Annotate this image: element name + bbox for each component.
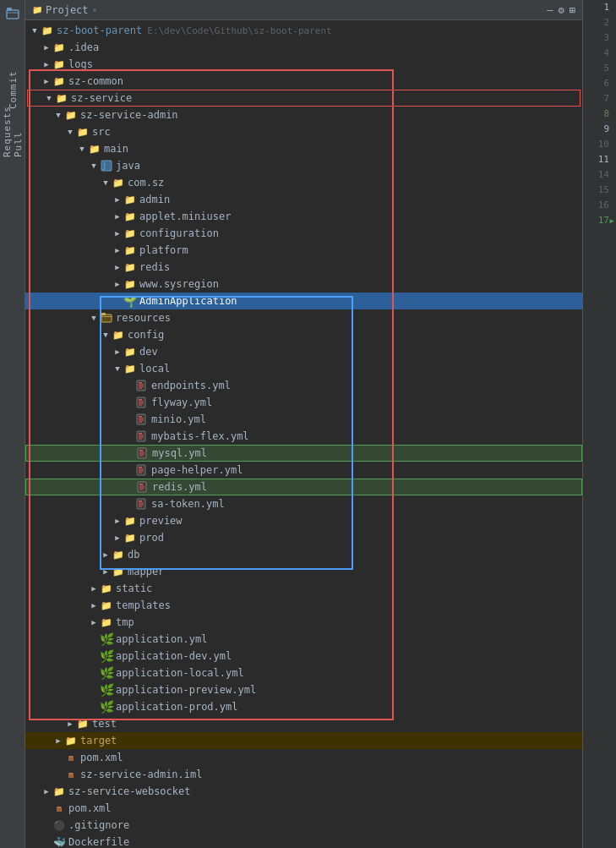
- tree-item-sz-common[interactable]: 📁 sz-common: [25, 73, 582, 90]
- tree-item-java[interactable]: j java: [25, 157, 582, 174]
- tree-item-application-yml[interactable]: 🌿 application.yml: [25, 631, 582, 648]
- tree-item-com-sz[interactable]: 📁 com.sz: [25, 174, 582, 191]
- label-dev: dev: [139, 346, 158, 358]
- tree-item-main[interactable]: 📁 main: [25, 140, 582, 157]
- tree-item-pom-xml[interactable]: m pom.xml: [25, 749, 582, 766]
- arrow-templates: [88, 599, 100, 611]
- folder-icon-prod: 📁: [123, 531, 137, 544]
- label-application-preview-yml: application-preview.yml: [116, 684, 256, 696]
- title-expand-icon[interactable]: ⊞: [570, 4, 575, 16]
- tree-item-redis-yml[interactable]: redis.yml: [25, 479, 582, 495]
- label-www-sysregion: www.sysregion: [139, 278, 219, 290]
- tree-item-sz-service-admin[interactable]: 📁 sz-service-admin: [25, 107, 582, 123]
- label-java: java: [116, 160, 140, 172]
- arrow-src: [64, 126, 76, 138]
- line-num-3: 3: [583, 30, 613, 46]
- tree-item-sz-service-admin-iml[interactable]: m sz-service-admin.iml: [25, 766, 582, 783]
- label-test: test: [92, 718, 117, 730]
- label-admin: admin: [139, 194, 170, 205]
- icon-mysql-yml: [136, 446, 150, 460]
- tree-item-sa-token-yml[interactable]: sa-token.yml: [25, 495, 582, 512]
- label-platform: platform: [139, 244, 188, 256]
- tree-item-application-prod-yml[interactable]: 🌿 application-prod.yml: [25, 698, 582, 715]
- tree-item-page-helper-yml[interactable]: page-helper.yml: [25, 462, 582, 479]
- project-sidebar-icon[interactable]: [1, 2, 25, 25]
- commit-sidebar-icon[interactable]: Commit: [1, 78, 25, 101]
- tree-item-application-local-yml[interactable]: 🌿 application-local.yml: [25, 665, 582, 681]
- svg-rect-44: [139, 505, 144, 506]
- label-db: db: [128, 549, 139, 561]
- label-sa-token-yml: sa-token.yml: [151, 498, 225, 510]
- tree-item-test[interactable]: 📁 test: [25, 715, 582, 732]
- folder-icon-admin: 📁: [123, 193, 137, 206]
- tree-item-resources[interactable]: resources: [25, 309, 582, 326]
- tree-item-admin[interactable]: 📁 admin: [25, 191, 582, 208]
- folder-icon-com-sz: 📁: [112, 176, 125, 189]
- tree-item-sz-service[interactable]: 📁 sz-service: [27, 90, 581, 107]
- tree-item-redis[interactable]: 📁 redis: [25, 259, 582, 276]
- tree-item-dockerfile[interactable]: 🐳 Dockerfile: [25, 834, 582, 848]
- tree-item-src[interactable]: 📁 src: [25, 123, 582, 140]
- line-num-10: 10: [583, 137, 613, 152]
- arrow-sz-boot-parent: [29, 25, 41, 36]
- tree-item-application-dev-yml[interactable]: 🌿 application-dev.yml: [25, 648, 582, 665]
- tree-item-mysql-yml[interactable]: mysql.yml: [25, 445, 582, 462]
- folder-icon-www-sysregion: 📁: [123, 277, 137, 291]
- tree-item-www-sysregion[interactable]: 📁 www.sysregion: [25, 276, 582, 293]
- file-tree[interactable]: 📁 sz-boot-parent E:\dev\Code\Github\sz-b…: [25, 20, 582, 848]
- label-application-dev-yml: application-dev.yml: [116, 650, 232, 662]
- label-flyway-yml: flyway.yml: [151, 397, 212, 408]
- arrow-preview: [112, 515, 123, 527]
- label-tmp: tmp: [116, 616, 134, 628]
- label-src: src: [92, 126, 111, 138]
- label-config: config: [128, 329, 164, 341]
- tree-item-idea[interactable]: 📁 .idea: [25, 39, 582, 56]
- tree-item-gitignore[interactable]: ⚫ .gitignore: [25, 817, 582, 834]
- label-application-yml: application.yml: [116, 633, 207, 645]
- label-com-sz: com.sz: [128, 177, 164, 189]
- svg-rect-24: [139, 437, 144, 438]
- tree-item-sz-boot-parent[interactable]: 📁 sz-boot-parent E:\dev\Code\Github\sz-b…: [25, 22, 582, 39]
- tree-item-local[interactable]: 📁 local: [25, 360, 582, 377]
- tree-item-mapper[interactable]: 📁 mapper: [25, 563, 582, 580]
- tree-item-AdminApplication[interactable]: 🌱 AdminApplication: [25, 293, 582, 309]
- tree-item-static[interactable]: 📁 static: [25, 580, 582, 597]
- tree-item-tmp[interactable]: 📁 tmp: [25, 614, 582, 631]
- tree-item-mybatis-flex-yml[interactable]: mybatis-flex.yml: [25, 428, 582, 445]
- tree-item-logs[interactable]: 📁 logs: [25, 56, 582, 73]
- folder-icon-templates: 📁: [100, 599, 113, 612]
- tree-item-configuration[interactable]: 📁 configuration: [25, 225, 582, 242]
- tree-item-applet-miniuser[interactable]: 📁 applet.miniuser: [25, 208, 582, 225]
- tree-item-target[interactable]: 📁 target: [25, 732, 582, 749]
- svg-rect-30: [139, 456, 143, 457]
- folder-icon-test: 📁: [76, 717, 90, 730]
- tree-item-pom-xml-root[interactable]: m pom.xml: [25, 800, 582, 817]
- arrow-mapper: [100, 566, 112, 577]
- tree-item-db[interactable]: 📁 db: [25, 546, 582, 563]
- arrow-com-sz: [100, 177, 112, 189]
- tree-item-config[interactable]: 📁 config: [25, 326, 582, 343]
- title-collapse-icon[interactable]: —: [547, 4, 553, 16]
- icon-mybatis-flex-yml: [135, 429, 149, 443]
- tree-item-prod[interactable]: 📁 prod: [25, 529, 582, 546]
- folder-icon-redis: 📁: [123, 260, 137, 274]
- tree-item-application-preview-yml[interactable]: 🌿 application-preview.yml: [25, 681, 582, 698]
- title-bar-buttons: — ⚙ ⊞: [547, 4, 575, 16]
- tree-item-preview[interactable]: 📁 preview: [25, 512, 582, 529]
- tree-item-templates[interactable]: 📁 templates: [25, 597, 582, 614]
- pull-requests-sidebar-icon[interactable]: Pull Requests: [1, 120, 25, 144]
- tree-item-flyway-yml[interactable]: flyway.yml: [25, 394, 582, 411]
- tree-item-minio-yml[interactable]: minio.yml: [25, 411, 582, 428]
- folder-icon-dev: 📁: [123, 345, 137, 358]
- folder-icon-mapper: 📁: [112, 565, 125, 578]
- title-settings-icon[interactable]: ⚙: [559, 4, 564, 16]
- tree-item-endpoints-yml[interactable]: endpoints.yml: [25, 377, 582, 394]
- tree-item-dev[interactable]: 📁 dev: [25, 343, 582, 360]
- folder-icon-platform: 📁: [123, 243, 137, 257]
- folder-icon-idea: 📁: [52, 41, 66, 54]
- svg-rect-35: [139, 473, 142, 473]
- arrow-sz-service: [43, 92, 55, 104]
- tree-item-sz-service-websocket[interactable]: 📁 sz-service-websocket: [25, 783, 582, 800]
- tree-item-platform[interactable]: 📁 platform: [25, 242, 582, 259]
- line-num-2: 2: [583, 15, 613, 30]
